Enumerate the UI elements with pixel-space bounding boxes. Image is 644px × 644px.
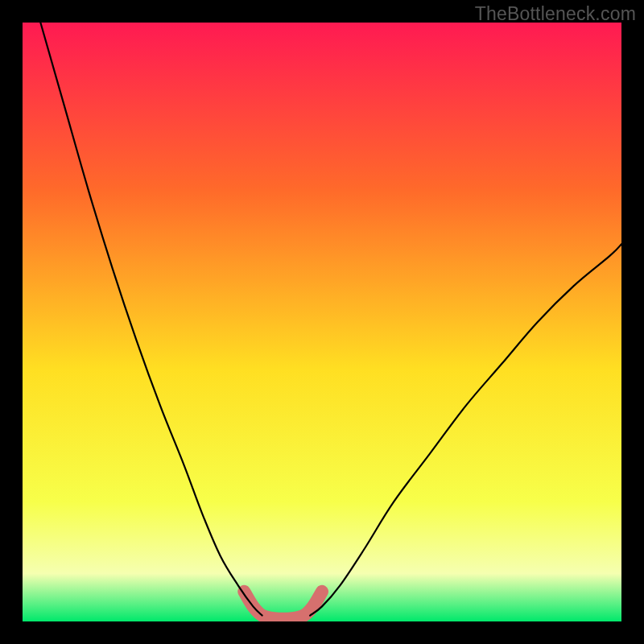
plot-area: [23, 23, 621, 621]
gradient-background: [23, 23, 621, 621]
chart-svg: [23, 23, 621, 621]
watermark-text: TheBottleneck.com: [475, 3, 636, 25]
chart-frame: TheBottleneck.com: [0, 0, 644, 644]
